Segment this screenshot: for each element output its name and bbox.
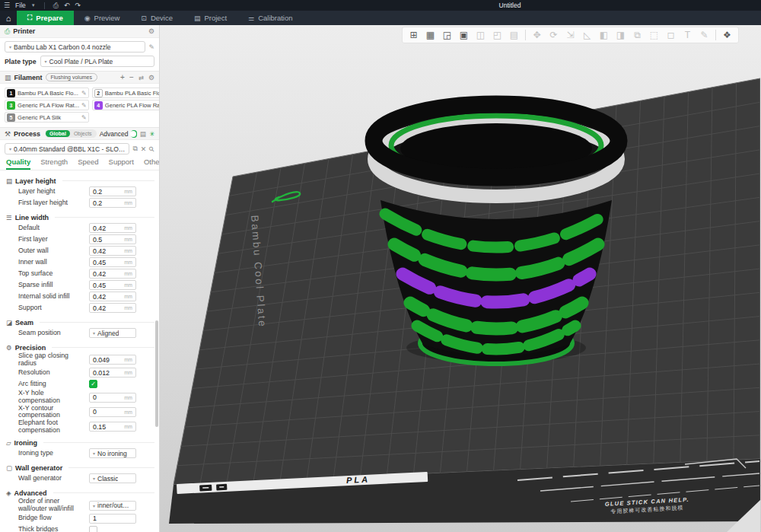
sparse-infill-input[interactable]: 0.45mm [89, 280, 136, 290]
file-menu[interactable]: File [15, 2, 26, 9]
outer-wall-input[interactable]: 0.42mm [89, 246, 136, 256]
lay-on-face-icon: ◺ [579, 30, 595, 40]
filament-edit-icon[interactable]: ✎ [81, 114, 87, 121]
filament-settings-gear-icon[interactable]: ⚙ [148, 74, 154, 81]
inner-wall-input[interactable]: 0.45mm [89, 257, 136, 267]
arc-fitting-checkbox[interactable]: ✓ [89, 380, 97, 388]
delete-preset-icon[interactable]: ✕ [141, 145, 147, 153]
param-label: Slice gap closing radius [18, 352, 89, 367]
home-button[interactable]: ⌂ [0, 11, 17, 25]
assembly-view-icon[interactable]: ❖ [719, 30, 735, 40]
plate-type-select[interactable]: ▾ Cool Plate / PLA Plate [40, 56, 154, 67]
add-filament-button[interactable]: + [120, 73, 125, 81]
wall-generator-select[interactable]: ▾Classic [89, 473, 136, 483]
elephant-foot-compensation-input[interactable]: 0.15mm [89, 422, 136, 432]
printer-preset-select[interactable]: ▾ Bambu Lab X1 Carbon 0.4 nozzle [5, 41, 145, 53]
support-input[interactable]: 0.42mm [89, 303, 136, 313]
process-tab-quality[interactable]: Quality [6, 158, 30, 170]
param-group-advanced: ◈AdvancedOrder of inner wall/outer wall/… [6, 488, 154, 532]
advanced-toggle[interactable] [131, 130, 136, 138]
filament-slot-2[interactable]: 2Bambu PLA Basic Flo...✎ [92, 88, 160, 98]
toolbar-divider [715, 30, 716, 40]
param-value: 0.012 [93, 369, 110, 377]
add-plate-icon[interactable]: ▦ [422, 30, 438, 40]
filament-color-chip: 1 [7, 89, 15, 97]
tab-project[interactable]: ▤Project [183, 11, 237, 25]
param-value: No ironing [97, 450, 127, 457]
order-of-inner-wall-outer-wall-infill-select[interactable]: ▾inner/outer/i... [89, 501, 136, 511]
search-preset-icon[interactable]: ⚲ [148, 145, 157, 154]
filament-color-chip: 5 [7, 113, 15, 122]
filament-slot-5[interactable]: 5Generic PLA Silk✎ [5, 112, 89, 123]
flushing-volumes-button[interactable]: Flushing volumes [46, 73, 97, 81]
add-model-icon[interactable]: ⊞ [406, 30, 422, 40]
param-row: First layer0.5mm [6, 234, 154, 245]
param-row: Top surface0.42mm [6, 268, 154, 279]
chevron-down-icon[interactable]: ▼ [31, 3, 36, 8]
process-tab-speed[interactable]: Speed [78, 158, 98, 170]
x-y-hole-compensation-input[interactable]: 0mm [89, 393, 136, 403]
slice-gap-closing-radius-input[interactable]: 0.049mm [89, 355, 136, 365]
tab-device[interactable]: ⊡Device [130, 11, 183, 25]
scrollbar-thumb[interactable] [155, 320, 158, 427]
printer-edit-icon[interactable]: ✎ [148, 43, 154, 51]
redo-icon[interactable]: ↷ [75, 2, 81, 9]
process-tab-others[interactable]: Others [144, 158, 160, 170]
param-label: X-Y hole compensation [18, 390, 89, 404]
tab-preview[interactable]: ◉Preview [74, 11, 131, 25]
top-surface-input[interactable]: 0.42mm [89, 269, 136, 279]
layer-height-input[interactable]: 0.2mm [89, 186, 136, 196]
default-input[interactable]: 0.42mm [89, 223, 136, 233]
segment-objects[interactable]: Objects [70, 130, 96, 137]
advanced-icon: ◈ [6, 489, 11, 497]
process-preset-select[interactable]: ▾ 0.40mm Standard @BBL X1C - SLOW ... [5, 143, 129, 155]
ironing-type-select[interactable]: ▾No ironing [89, 448, 136, 458]
param-table-icon[interactable]: ▤ [140, 130, 146, 138]
thick-bridges-checkbox[interactable] [89, 526, 97, 532]
auto-orient-icon[interactable]: ◲ [439, 30, 455, 40]
remove-filament-button[interactable]: − [129, 73, 134, 81]
filament-edit-icon[interactable]: ✎ [81, 90, 87, 97]
undo-icon[interactable]: ↶ [64, 2, 70, 9]
filament-slot-1[interactable]: 1Bambu PLA Basic Flo...✎ [5, 88, 89, 98]
param-value: 0.42 [93, 304, 106, 312]
viewport-3d[interactable]: ⊞▦◲▣◫◰▤✥⟳⇲◺◧◨⧉⬚◻T✎❖ [160, 25, 761, 532]
param-group-title: Wall generator [15, 464, 62, 472]
process-section-title: Process [14, 130, 40, 138]
sync-filament-icon[interactable]: ⇄ [139, 74, 144, 81]
tab-prepare[interactable]: ⛶Prepare [17, 11, 74, 25]
x-y-contour-compensation-input[interactable]: 0mm [89, 407, 136, 417]
first-layer-height-input[interactable]: 0.2mm [89, 198, 136, 208]
first-layer-input[interactable]: 0.5mm [89, 234, 136, 244]
global-objects-toggle[interactable]: Global Objects [45, 129, 97, 138]
chevron-down-icon: ▾ [9, 44, 11, 49]
param-value: 0.42 [93, 247, 106, 255]
params-list: ▤Layer heightLayer height0.2mmFirst laye… [0, 170, 159, 532]
arrange-icon[interactable]: ▣ [456, 30, 472, 40]
bridge-flow-input[interactable]: 1 [89, 514, 136, 524]
hamburger-menu-icon[interactable]: ☰ [4, 2, 10, 9]
line-width-icon: ☰ [6, 214, 12, 221]
tab-calibration[interactable]: ⚌Calibration [237, 11, 304, 25]
process-tab-support[interactable]: Support [109, 158, 134, 170]
chevron-down-icon: ▾ [93, 451, 95, 456]
filament-slot-4[interactable]: 4Generic PLA Flow Rat...✎ [92, 100, 160, 110]
param-group-wall-generator: ▢Wall generatorWall generator▾Classic [6, 463, 154, 484]
segment-global[interactable]: Global [46, 130, 70, 137]
param-label: Sparse infill [18, 282, 89, 289]
resolution-input[interactable]: 0.012mm [89, 368, 136, 377]
param-filter-icon[interactable]: ✳ [149, 130, 154, 138]
param-row: Wall generator▾Classic [6, 473, 154, 484]
internal-solid-infill-input[interactable]: 0.42mm [89, 291, 136, 301]
layer-height-icon: ▤ [6, 177, 12, 185]
seam-position-select[interactable]: ▾Aligned [89, 328, 136, 338]
save-icon[interactable]: ⎙ [53, 2, 59, 10]
filament-edit-icon[interactable]: ✎ [81, 102, 87, 109]
save-preset-icon[interactable]: ⧉ [132, 145, 137, 153]
param-row: Layer height0.2mm [6, 186, 154, 197]
param-group-header: ▱Ironing [6, 438, 154, 448]
wall-generator-icon: ▢ [6, 464, 12, 472]
printer-settings-gear-icon[interactable]: ⚙ [148, 27, 154, 35]
filament-slot-3[interactable]: 3Generic PLA Flow Rat...✎ [5, 100, 89, 110]
process-tab-strength[interactable]: Strength [40, 158, 68, 170]
